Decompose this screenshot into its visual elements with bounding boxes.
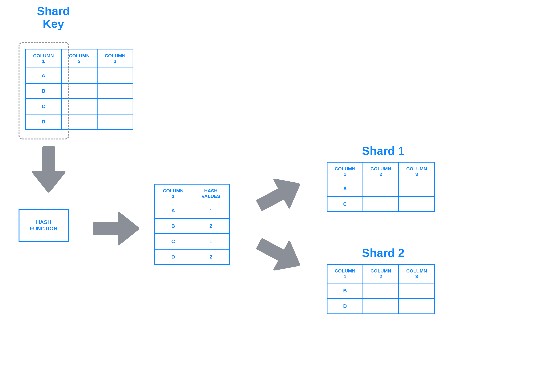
cell: 1 — [192, 234, 230, 249]
arrow-right-icon — [93, 211, 140, 246]
cell: D — [154, 249, 192, 265]
cell: B — [154, 218, 192, 234]
col-header: COLUMN3 — [97, 49, 133, 68]
source-table: COLUMN1 COLUMN2 COLUMN3 A B C D — [25, 49, 133, 130]
hash-function-box: HASHFUNCTION — [19, 209, 69, 242]
arrow-down-icon — [31, 146, 66, 193]
cell: C — [154, 234, 192, 249]
cell — [363, 181, 399, 196]
shard1-table: COLUMN1 COLUMN2 COLUMN3 A C — [327, 162, 435, 212]
col-header: COLUMN1 — [154, 184, 192, 203]
shard-key-title: ShardKey — [25, 5, 82, 30]
cell — [61, 68, 97, 83]
cell — [97, 83, 133, 99]
cell — [61, 83, 97, 99]
cell — [61, 99, 97, 114]
shard1-title: Shard 1 — [327, 144, 440, 157]
cell — [399, 298, 435, 314]
shard2-table: COLUMN1 COLUMN2 COLUMN3 B D — [327, 264, 435, 314]
cell — [97, 68, 133, 83]
cell: D — [327, 298, 363, 314]
cell: 2 — [192, 249, 230, 265]
cell: 1 — [192, 203, 230, 218]
col-header: COLUMN3 — [399, 162, 435, 181]
shard2-title: Shard 2 — [327, 247, 440, 259]
col-header: COLUMN3 — [399, 264, 435, 283]
col-header: COLUMN1 — [327, 162, 363, 181]
cell — [97, 114, 133, 129]
hash-table: COLUMN1 HASHVALUES A 1 B 2 C 1 D 2 — [154, 184, 230, 265]
cell — [97, 99, 133, 114]
cell — [399, 196, 435, 212]
col-header: COLUMN2 — [363, 264, 399, 283]
cell — [399, 283, 435, 298]
arrow-down-right-icon — [256, 236, 303, 273]
cell: B — [26, 83, 61, 99]
cell: A — [26, 68, 61, 83]
cell — [399, 181, 435, 196]
arrow-up-right-icon — [256, 176, 303, 213]
cell — [363, 298, 399, 314]
cell: B — [327, 283, 363, 298]
cell — [363, 196, 399, 212]
cell — [61, 114, 97, 129]
cell: A — [154, 203, 192, 218]
cell: D — [26, 114, 61, 129]
cell: C — [327, 196, 363, 212]
cell: C — [26, 99, 61, 114]
cell: 2 — [192, 218, 230, 234]
col-header: HASHVALUES — [192, 184, 230, 203]
cell: A — [327, 181, 363, 196]
col-header: COLUMN2 — [61, 49, 97, 68]
cell — [363, 283, 399, 298]
col-header: COLUMN1 — [26, 49, 61, 68]
col-header: COLUMN2 — [363, 162, 399, 181]
col-header: COLUMN1 — [327, 264, 363, 283]
